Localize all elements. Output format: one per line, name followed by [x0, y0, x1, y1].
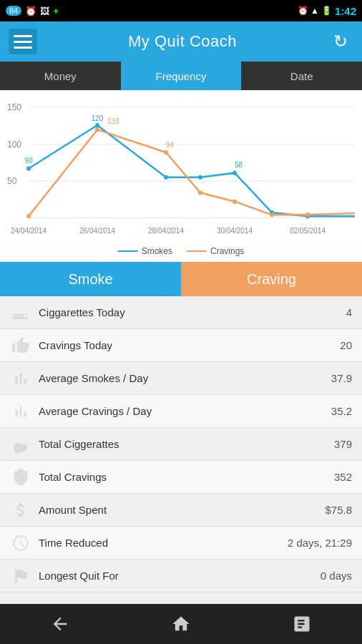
svg-text:100: 100: [7, 140, 21, 150]
legend-cravings-label: Cravings: [210, 246, 244, 256]
stat-value-longest-quit: 0 days: [321, 570, 352, 582]
clock-icon: [10, 532, 31, 554]
status-right: ⏰ ▲ 🔋 1:42: [298, 5, 356, 17]
status-plus-icon: +: [53, 6, 59, 16]
legend-smokes-label: Smokes: [142, 246, 172, 256]
refresh-icon: ↻: [333, 31, 348, 52]
svg-point-18: [95, 123, 99, 127]
stat-row-total-cigarettes: Total Ciggerattes 379: [0, 428, 362, 461]
cigarette-icon: [10, 302, 31, 323]
wifi-icon: ▲: [310, 6, 319, 16]
stat-value-cravings-today: 20: [340, 339, 352, 351]
stat-value-avg-cravings: 35.2: [331, 405, 352, 417]
tab-money[interactable]: Money: [0, 62, 121, 90]
stat-value-cigarettes-today: 4: [346, 306, 352, 318]
legend-smokes-line: [118, 250, 138, 252]
stat-row-longest-quit: Longest Quit For 0 days: [0, 560, 362, 592]
status-alarm-icon: ⏰: [25, 6, 36, 16]
stat-label-total-cravings: Total Cravings: [39, 471, 334, 483]
svg-text:28/04/2014: 28/04/2014: [148, 227, 184, 235]
stat-label-avg-smokes: Average Smokes / Day: [39, 372, 331, 384]
stat-label-cigarettes-today: Ciggarettes Today: [39, 306, 346, 318]
home-icon: [171, 614, 191, 634]
barchart-icon: [10, 368, 31, 389]
svg-text:94: 94: [166, 141, 174, 149]
stat-row-amount-spent: Amount Spent $75.8: [0, 494, 362, 527]
shield-icon: [10, 467, 31, 488]
chart-legend: Smokes Cravings: [118, 246, 245, 256]
app-title: My Quit Coach: [128, 32, 237, 51]
stat-label-cravings-today: Cravings Today: [39, 339, 340, 351]
craving-toggle-button[interactable]: Craving: [181, 262, 362, 296]
svg-point-27: [198, 190, 202, 195]
flag-icon: [10, 565, 31, 587]
status-icons: ⏰ ▲ 🔋: [298, 6, 332, 16]
svg-text:24/04/2014: 24/04/2014: [11, 227, 47, 235]
stat-value-total-cigarettes: 379: [334, 438, 352, 450]
smoke-toggle-button[interactable]: Smoke: [0, 262, 181, 296]
svg-point-25: [95, 127, 99, 132]
recents-button[interactable]: [278, 608, 326, 640]
stat-value-time-reduced: 2 days, 21:29: [288, 537, 352, 549]
refresh-button[interactable]: ↻: [328, 29, 353, 54]
status-notification-84: 84: [6, 6, 21, 16]
home-button[interactable]: [157, 608, 205, 640]
recents-icon: [292, 614, 312, 634]
svg-point-26: [164, 150, 168, 155]
stat-row-avg-smokes: Average Smokes / Day 37.9: [0, 362, 362, 395]
svg-text:50: 50: [7, 176, 17, 186]
svg-text:133: 133: [107, 117, 119, 125]
menu-line-2: [14, 41, 32, 43]
stat-row-avg-cravings: Average Cravings / Day 35.2: [0, 395, 362, 428]
status-left: 84 ⏰ 🖼 +: [6, 6, 59, 16]
stat-value-avg-smokes: 37.9: [331, 372, 352, 384]
status-image-icon: 🖼: [40, 6, 49, 16]
menu-line-1: [14, 35, 32, 37]
stat-label-longest-quit: Longest Quit For: [39, 570, 321, 582]
svg-point-24: [26, 214, 31, 218]
tab-bar: Money Frequency Date: [0, 62, 362, 90]
thumbsup-icon: [10, 335, 31, 356]
svg-text:120: 120: [92, 114, 104, 122]
svg-text:90: 90: [24, 157, 32, 165]
smoke-craving-toggle: Smoke Craving: [0, 262, 362, 296]
stat-value-total-cravings: 352: [334, 471, 352, 483]
smoke-toggle-label: Smoke: [68, 271, 112, 288]
stat-row-total-cravings: Total Cravings 352: [0, 461, 362, 494]
status-bar: 84 ⏰ 🖼 + ⏰ ▲ 🔋 1:42: [0, 0, 362, 21]
craving-toggle-label: Craving: [247, 271, 296, 288]
stat-row-cravings-today: Cravings Today 20: [0, 329, 362, 362]
alarm-icon: ⏰: [298, 6, 308, 16]
menu-button[interactable]: [9, 29, 37, 54]
svg-text:26/04/2014: 26/04/2014: [79, 227, 115, 235]
time-display: 1:42: [335, 5, 356, 17]
menu-line-3: [14, 47, 32, 49]
svg-text:150: 150: [7, 102, 21, 112]
svg-point-17: [26, 166, 31, 170]
stat-label-time-reduced: Time Reduced: [39, 537, 288, 549]
tab-frequency[interactable]: Frequency: [121, 62, 242, 90]
chart-container: 150 100 50 24/04/2014 26/04/2014 28/04/2…: [0, 90, 362, 262]
svg-point-29: [270, 213, 274, 217]
svg-text:02/05/2014: 02/05/2014: [290, 227, 326, 235]
svg-point-30: [305, 213, 310, 217]
legend-cravings: Cravings: [187, 246, 244, 256]
legend-cravings-line: [187, 250, 207, 252]
svg-point-19: [164, 175, 168, 180]
line-chart: 150 100 50 24/04/2014 26/04/2014 28/04/2…: [7, 97, 355, 240]
back-icon: [50, 614, 70, 634]
bottom-nav: [0, 604, 362, 644]
svg-point-21: [233, 171, 237, 175]
tab-date[interactable]: Date: [241, 62, 362, 90]
stat-label-avg-cravings: Average Cravings / Day: [39, 405, 331, 417]
legend-smokes: Smokes: [118, 246, 172, 256]
battery-icon: 🔋: [321, 6, 332, 16]
stat-row-cigarettes-today: Ciggarettes Today 4: [0, 296, 362, 329]
stat-row-time-reduced: Time Reduced 2 days, 21:29: [0, 527, 362, 560]
stats-list: Ciggarettes Today 4 Cravings Today 20 Av…: [0, 296, 362, 592]
barchart2-icon: [10, 401, 31, 422]
stat-label-total-cigarettes: Total Ciggerattes: [39, 438, 334, 450]
back-button[interactable]: [36, 608, 84, 640]
stat-value-amount-spent: $75.8: [325, 504, 352, 516]
app-header: My Quit Coach ↻: [0, 21, 362, 62]
